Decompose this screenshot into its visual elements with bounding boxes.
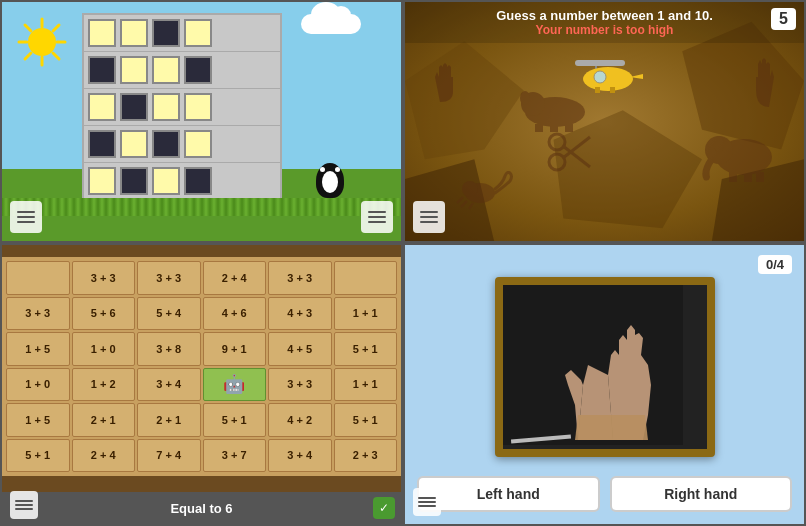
math-cell[interactable]: 3 + 3 (6, 297, 70, 331)
math-cell[interactable]: 1 + 1 (334, 368, 398, 402)
math-cell[interactable]: 3 + 4 (137, 368, 201, 402)
math-grid-area: 3 + 3 3 + 3 2 + 4 3 + 3 3 + 3 5 + 6 5 + … (2, 257, 401, 476)
math-cell[interactable]: 1 + 0 (72, 332, 136, 366)
svg-line-7 (53, 25, 59, 31)
hand-frame (495, 277, 715, 457)
building-scene (0, 0, 403, 243)
math-cell[interactable]: 2 + 3 (334, 439, 398, 473)
svg-point-20 (549, 134, 565, 150)
math-cell[interactable]: 3 + 4 (268, 439, 332, 473)
math-cell[interactable]: 9 + 1 (203, 332, 267, 366)
menu-icon-building-right[interactable] (361, 201, 393, 233)
svg-line-34 (469, 203, 473, 209)
math-cell[interactable]: 1 + 0 (6, 368, 70, 402)
svg-rect-18 (550, 124, 558, 132)
cave-number-badge: 5 (771, 8, 796, 30)
svg-rect-40 (610, 87, 615, 93)
svg-rect-27 (744, 172, 752, 182)
cave-header: Guess a number between 1 and 10. Your nu… (405, 2, 804, 43)
math-footer: Equal to 6 ✓ (2, 492, 401, 524)
menu-icon-hand[interactable] (413, 488, 441, 516)
hand-silhouette (503, 285, 683, 445)
math-cell[interactable]: 3 + 8 (137, 332, 201, 366)
math-cell[interactable] (6, 261, 70, 295)
math-cell[interactable]: 4 + 3 (268, 297, 332, 331)
math-cell[interactable]: 5 + 4 (137, 297, 201, 331)
math-cell[interactable]: 3 + 3 (268, 261, 332, 295)
svg-point-0 (28, 28, 56, 56)
building (82, 13, 282, 201)
cloud-icon (301, 14, 361, 34)
cave-instruction-text: Guess a number between 1 and 10. (411, 8, 798, 23)
svg-point-37 (583, 67, 633, 91)
math-cell[interactable]: 3 + 3 (72, 261, 136, 295)
math-cell[interactable]: 3 + 3 (268, 368, 332, 402)
math-cell[interactable]: 4 + 5 (268, 332, 332, 366)
math-cell[interactable]: 3 + 3 (137, 261, 201, 295)
grass (2, 199, 401, 241)
svg-rect-36 (575, 60, 625, 66)
svg-line-33 (461, 201, 467, 207)
math-cell[interactable]: 7 + 4 (137, 439, 201, 473)
math-cell[interactable]: 3 + 7 (203, 439, 267, 473)
math-cell[interactable]: 4 + 6 (203, 297, 267, 331)
svg-point-21 (549, 154, 565, 170)
hand-score-badge: 0/4 (758, 255, 792, 274)
checkmark-icon: ✓ (379, 501, 389, 515)
math-grid-top-bar (2, 245, 401, 257)
math-grid-bottom-bar (2, 476, 401, 492)
math-cell[interactable]: 1 + 2 (72, 368, 136, 402)
svg-rect-26 (729, 172, 737, 182)
math-footer-text: Equal to 6 (170, 501, 232, 516)
hand-display (417, 267, 792, 466)
math-cell[interactable]: 1 + 5 (6, 332, 70, 366)
math-cell[interactable]: 4 + 2 (268, 403, 332, 437)
svg-rect-17 (535, 124, 543, 132)
svg-line-32 (457, 197, 463, 203)
math-footer-badge: ✓ (373, 497, 395, 519)
menu-icon-building[interactable] (10, 201, 42, 233)
math-cell[interactable]: 1 + 1 (334, 297, 398, 331)
hand-panel: 0/4 (403, 243, 806, 526)
hand-buttons: Left hand Right hand (417, 476, 792, 512)
svg-rect-19 (565, 124, 573, 132)
math-cell[interactable]: 2 + 4 (203, 261, 267, 295)
svg-line-5 (25, 25, 31, 31)
svg-point-38 (594, 71, 606, 83)
math-cell[interactable]: 2 + 4 (72, 439, 136, 473)
math-cell[interactable]: 5 + 1 (6, 439, 70, 473)
left-hand-button[interactable]: Left hand (417, 476, 600, 512)
svg-line-8 (25, 53, 31, 59)
svg-point-16 (520, 91, 530, 105)
math-cell[interactable]: 5 + 1 (203, 403, 267, 437)
svg-point-31 (462, 181, 478, 197)
math-cell[interactable]: 5 + 1 (334, 332, 398, 366)
svg-rect-39 (595, 87, 600, 93)
cave-feedback-text: Your number is too high (411, 23, 798, 37)
helicopter-icon (565, 57, 645, 101)
svg-point-29 (714, 136, 724, 152)
math-cell[interactable]: 1 + 5 (6, 403, 70, 437)
math-cell-robot[interactable]: 🤖 (203, 368, 267, 402)
math-cell[interactable]: 5 + 1 (334, 403, 398, 437)
svg-line-6 (53, 53, 59, 59)
sun-icon (17, 17, 67, 67)
math-cell[interactable]: 2 + 1 (137, 403, 201, 437)
menu-icon-cave[interactable] (413, 201, 445, 233)
penguin-character (316, 163, 346, 203)
math-grid-panel: 3 + 3 3 + 3 2 + 4 3 + 3 3 + 3 5 + 6 5 + … (0, 243, 403, 526)
menu-icon-math[interactable] (10, 491, 38, 519)
math-cell[interactable]: 2 + 1 (72, 403, 136, 437)
right-hand-button[interactable]: Right hand (610, 476, 793, 512)
svg-rect-28 (756, 172, 764, 182)
math-cell[interactable] (334, 261, 398, 295)
math-cell[interactable]: 5 + 6 (72, 297, 136, 331)
cave-scene: Guess a number between 1 and 10. Your nu… (403, 0, 806, 243)
